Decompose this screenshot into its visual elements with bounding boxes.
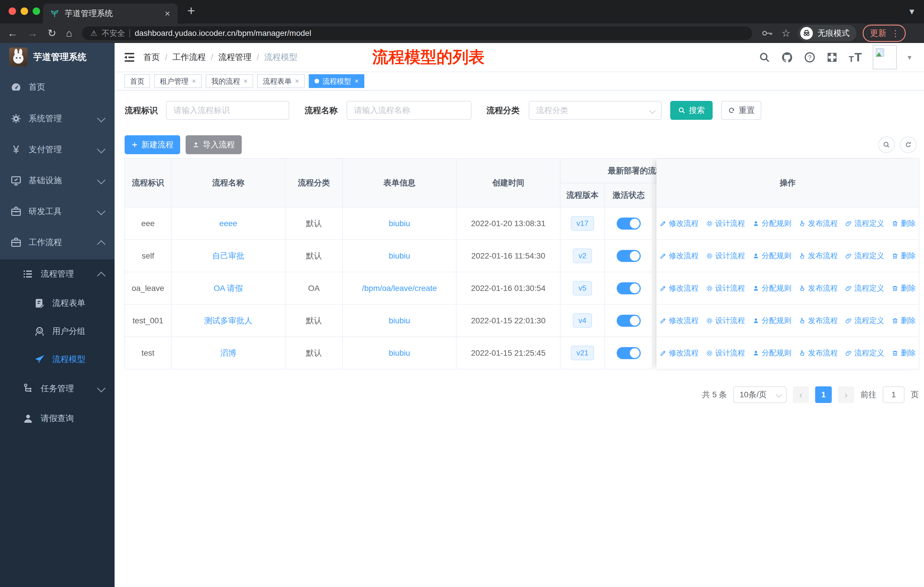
action-delete[interactable]: 删除 <box>892 316 916 326</box>
version-badge[interactable]: v21 <box>571 346 594 360</box>
password-key-icon[interactable] <box>762 30 773 37</box>
form-info-link[interactable]: /bpm/oa/leave/create <box>362 284 437 293</box>
action-publish-process[interactable]: 发布流程 <box>799 283 838 293</box>
action-delete[interactable]: 删除 <box>892 348 916 358</box>
status-toggle[interactable] <box>617 347 641 359</box>
app-logo[interactable]: 芋道管理系统 <box>9 48 86 66</box>
action-assign-rule[interactable]: 分配规则 <box>752 251 791 261</box>
action-design-process[interactable]: 设计流程 <box>706 251 745 261</box>
reset-button[interactable]: 重置 <box>721 101 761 120</box>
action-design-process[interactable]: 设计流程 <box>706 316 745 326</box>
fullscreen-icon[interactable] <box>826 51 838 63</box>
status-toggle[interactable] <box>617 282 641 294</box>
sidebar-item-payment[interactable]: ¥ 支付管理 <box>0 135 115 164</box>
action-edit-process[interactable]: 修改流程 <box>660 218 699 228</box>
tab-close-icon[interactable]: × <box>165 9 170 18</box>
version-badge[interactable]: v2 <box>573 248 592 263</box>
sidebar-item-task-management[interactable]: 任务管理 <box>0 374 115 403</box>
page-1-button[interactable]: 1 <box>815 386 832 403</box>
process-name-link[interactable]: eeee <box>219 219 237 228</box>
form-info-link[interactable]: biubiu <box>389 316 410 325</box>
action-design-process[interactable]: 设计流程 <box>706 218 745 228</box>
breadcrumb-home[interactable]: 首页 <box>143 51 160 63</box>
version-badge[interactable]: v4 <box>573 313 592 328</box>
tag-tenant-management[interactable]: 租户管理 × <box>154 74 201 88</box>
action-publish-process[interactable]: 发布流程 <box>799 251 838 261</box>
action-process-definition[interactable]: 流程定义 <box>845 348 884 358</box>
version-badge[interactable]: v5 <box>573 281 592 296</box>
breadcrumb-workflow[interactable]: 工作流程 <box>172 51 206 63</box>
goto-page-input[interactable]: 1 <box>883 386 904 403</box>
reload-icon[interactable]: ↻ <box>48 28 56 38</box>
prev-page-button[interactable]: ‹ <box>793 386 809 403</box>
browser-tab[interactable]: 芋道管理系统 × <box>43 3 178 23</box>
action-edit-process[interactable]: 修改流程 <box>660 348 699 358</box>
form-info-link[interactable]: biubiu <box>389 251 410 261</box>
sidebar-item-process-model[interactable]: 流程模型 <box>0 345 115 374</box>
sidebar-collapse-icon[interactable] <box>123 51 136 64</box>
process-id-input[interactable] <box>166 101 289 120</box>
sidebar-item-home[interactable]: 首页 <box>0 73 115 101</box>
process-name-link[interactable]: 测试多审批人 <box>204 315 252 326</box>
process-name-link[interactable]: 滔博 <box>220 348 236 359</box>
github-icon[interactable] <box>781 51 793 63</box>
action-publish-process[interactable]: 发布流程 <box>799 348 838 358</box>
home-icon[interactable]: ⌂ <box>66 28 72 38</box>
tag-my-process[interactable]: 我的流程 × <box>206 74 253 88</box>
browser-update-button[interactable]: 更新 ⋮ <box>863 25 906 42</box>
tag-process-form[interactable]: 流程表单 × <box>257 74 305 88</box>
forward-icon[interactable]: → <box>28 28 38 38</box>
action-assign-rule[interactable]: 分配规则 <box>752 348 791 358</box>
action-publish-process[interactable]: 发布流程 <box>799 316 838 326</box>
font-size-icon[interactable]: TT <box>849 51 862 63</box>
action-design-process[interactable]: 设计流程 <box>706 348 745 358</box>
new-tab-button[interactable]: + <box>187 4 195 17</box>
url-text[interactable]: dashboard.yudao.iocoder.cn/bpm/manager/m… <box>135 29 311 38</box>
form-info-link[interactable]: biubiu <box>389 219 410 228</box>
action-assign-rule[interactable]: 分配规则 <box>752 218 791 228</box>
next-page-button[interactable]: › <box>838 386 854 403</box>
action-design-process[interactable]: 设计流程 <box>706 283 745 293</box>
status-toggle[interactable] <box>617 218 641 230</box>
sidebar-item-leave-query[interactable]: 请假查询 <box>0 404 115 433</box>
avatar-caret-icon[interactable]: ▾ <box>908 53 911 62</box>
process-name-link[interactable]: 自己审批 <box>212 251 244 261</box>
sidebar-item-process-management[interactable]: 流程管理 <box>0 260 115 288</box>
window-minimize-button[interactable] <box>21 7 28 15</box>
tag-process-model[interactable]: 流程模型 × <box>309 74 364 88</box>
tag-close-icon[interactable]: × <box>192 78 196 84</box>
action-process-definition[interactable]: 流程定义 <box>845 218 884 228</box>
page-size-select[interactable]: 10条/页 <box>733 386 787 403</box>
action-process-definition[interactable]: 流程定义 <box>845 316 884 326</box>
tag-close-icon[interactable]: × <box>355 78 359 84</box>
process-name-input[interactable] <box>346 101 472 120</box>
status-toggle[interactable] <box>617 250 641 262</box>
action-process-definition[interactable]: 流程定义 <box>845 283 884 293</box>
sidebar-item-user-group[interactable]: 用户分组 <box>0 317 115 346</box>
import-process-button[interactable]: 导入流程 <box>186 135 242 154</box>
tag-close-icon[interactable]: × <box>243 78 248 84</box>
sidebar-item-devtools[interactable]: 研发工具 <box>0 197 115 226</box>
action-process-definition[interactable]: 流程定义 <box>845 251 884 261</box>
window-close-button[interactable] <box>8 7 16 15</box>
breadcrumb-process-management[interactable]: 流程管理 <box>218 51 251 63</box>
sidebar-item-system[interactable]: 系统管理 <box>0 104 115 133</box>
tag-home[interactable]: 首页 <box>124 74 150 88</box>
browser-menu-icon[interactable]: ⋮ <box>891 28 900 38</box>
create-process-button[interactable]: 新建流程 <box>125 135 180 154</box>
tag-close-icon[interactable]: × <box>295 78 299 84</box>
action-edit-process[interactable]: 修改流程 <box>660 283 699 293</box>
toggle-search-button[interactable] <box>878 136 895 153</box>
action-edit-process[interactable]: 修改流程 <box>660 316 699 326</box>
action-delete[interactable]: 删除 <box>892 283 916 293</box>
search-icon[interactable] <box>759 51 770 63</box>
search-button[interactable]: 搜索 <box>670 101 713 120</box>
sidebar-item-workflow[interactable]: 工作流程 <box>0 228 115 257</box>
help-question-icon[interactable]: ? <box>804 51 815 63</box>
refresh-table-button[interactable] <box>900 136 917 153</box>
form-info-link[interactable]: biubiu <box>389 349 410 358</box>
action-delete[interactable]: 删除 <box>892 251 916 261</box>
sidebar-item-infrastructure[interactable]: 基础设施 <box>0 166 115 195</box>
url-bar[interactable]: ⚠ 不安全 dashboard.yudao.iocoder.cn/bpm/man… <box>82 26 752 40</box>
action-assign-rule[interactable]: 分配规则 <box>752 316 791 326</box>
